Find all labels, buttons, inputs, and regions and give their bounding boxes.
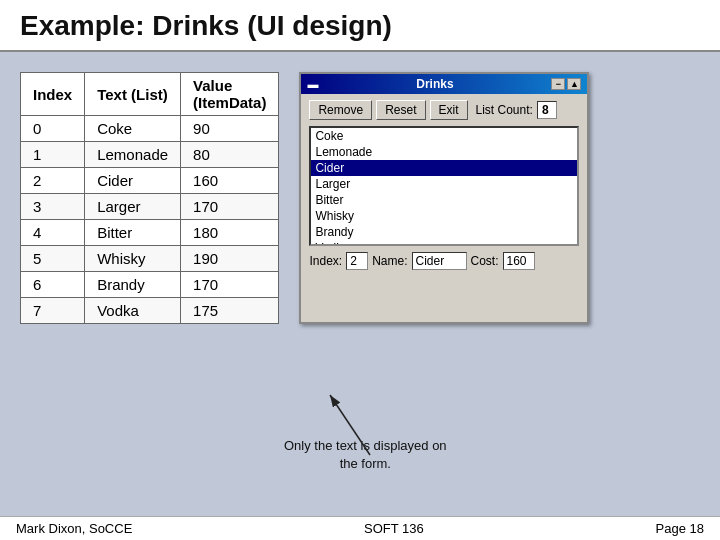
table-cell-value: 175 (181, 298, 279, 324)
drinks-listbox[interactable]: CokeLemonadeCiderLargerBitterWhiskyBrand… (309, 126, 579, 246)
maximize-button[interactable]: ▲ (567, 78, 581, 90)
table-cell-text: Cider (85, 168, 181, 194)
list-item[interactable]: Whisky (311, 208, 577, 224)
table-cell-index: 1 (21, 142, 85, 168)
table-cell-index: 7 (21, 298, 85, 324)
table-row: 6Brandy170 (21, 272, 279, 298)
table-cell-value: 170 (181, 194, 279, 220)
data-table: Index Text (List) Value(ItemData) 0Coke9… (20, 72, 279, 324)
table-cell-text: Coke (85, 116, 181, 142)
footer-left: Mark Dixon, SoCCE (16, 521, 132, 536)
annotation-area: Only the text is displayed onthe form. (280, 435, 451, 475)
col-header-index: Index (21, 73, 85, 116)
list-count-label: List Count: (476, 103, 533, 117)
minimize-button[interactable]: − (551, 78, 565, 90)
table-cell-text: Whisky (85, 246, 181, 272)
col-header-text: Text (List) (85, 73, 181, 116)
index-input[interactable] (346, 252, 368, 270)
list-count-value: 8 (537, 101, 557, 119)
table-cell-index: 2 (21, 168, 85, 194)
table-cell-index: 4 (21, 220, 85, 246)
table-cell-index: 0 (21, 116, 85, 142)
table-cell-index: 6 (21, 272, 85, 298)
cost-input[interactable] (503, 252, 535, 270)
footer-right: Page 18 (656, 521, 704, 536)
table-row: 1Lemonade80 (21, 142, 279, 168)
exit-button[interactable]: Exit (430, 100, 468, 120)
dialog-title-text: Drinks (318, 77, 551, 91)
dialog-title-icon: ▬ (307, 78, 318, 90)
list-item[interactable]: Brandy (311, 224, 577, 240)
table-cell-value: 160 (181, 168, 279, 194)
table-row: 5Whisky190 (21, 246, 279, 272)
table-cell-value: 80 (181, 142, 279, 168)
table-row: 2Cider160 (21, 168, 279, 194)
list-item[interactable]: Cider (311, 160, 577, 176)
list-item[interactable]: Lemonade (311, 144, 577, 160)
table-row: 0Coke90 (21, 116, 279, 142)
page-title: Example: Drinks (UI design) (20, 10, 700, 42)
drinks-dialog: ▬ Drinks − ▲ Remove Reset Exit List Coun… (299, 72, 589, 324)
index-label: Index: (309, 254, 342, 268)
name-label: Name: (372, 254, 407, 268)
table-cell-value: 90 (181, 116, 279, 142)
list-item[interactable]: Larger (311, 176, 577, 192)
dialog-titlebar: ▬ Drinks − ▲ (301, 74, 587, 94)
col-header-value: Value(ItemData) (181, 73, 279, 116)
reset-button[interactable]: Reset (376, 100, 425, 120)
table-cell-value: 180 (181, 220, 279, 246)
table-cell-index: 5 (21, 246, 85, 272)
table-cell-value: 170 (181, 272, 279, 298)
table-cell-text: Larger (85, 194, 181, 220)
table-row: 3Larger170 (21, 194, 279, 220)
table-cell-value: 190 (181, 246, 279, 272)
table-row: 4Bitter180 (21, 220, 279, 246)
list-item[interactable]: Vodka (311, 240, 577, 246)
list-item[interactable]: Bitter (311, 192, 577, 208)
name-input[interactable] (412, 252, 467, 270)
cost-label: Cost: (471, 254, 499, 268)
table-cell-text: Brandy (85, 272, 181, 298)
footer-center: SOFT 136 (364, 521, 424, 536)
table-row: 7Vodka175 (21, 298, 279, 324)
list-item[interactable]: Coke (311, 128, 577, 144)
table-cell-text: Vodka (85, 298, 181, 324)
remove-button[interactable]: Remove (309, 100, 372, 120)
table-cell-text: Lemonade (85, 142, 181, 168)
table-cell-index: 3 (21, 194, 85, 220)
table-cell-text: Bitter (85, 220, 181, 246)
page-footer: Mark Dixon, SoCCE SOFT 136 Page 18 (0, 516, 720, 540)
annotation-text: Only the text is displayed onthe form. (280, 435, 451, 475)
